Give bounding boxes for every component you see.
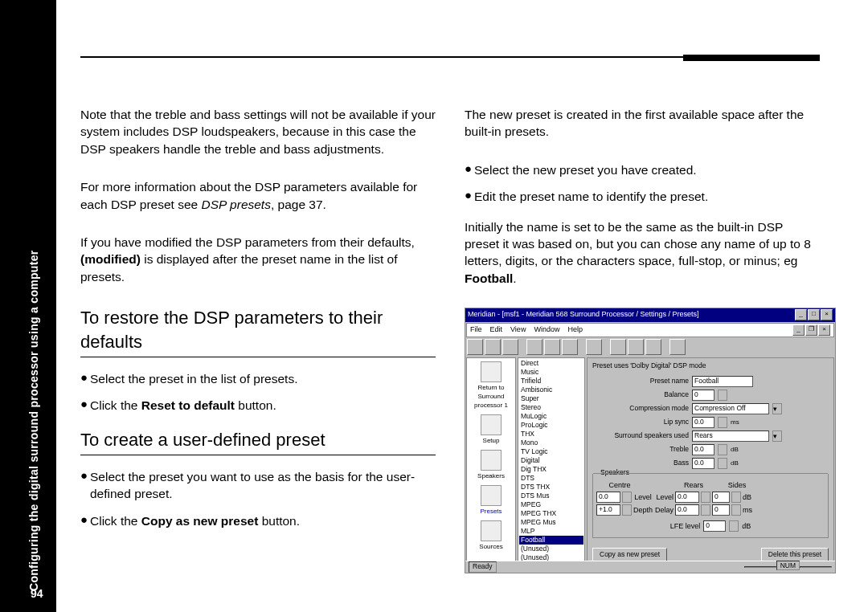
app-window: Meridian - [msf1 - Meridian 568 Surround… [465, 308, 836, 573]
list-item[interactable]: MLP [519, 527, 583, 536]
lfe-input[interactable]: 0 [703, 520, 726, 532]
spinner-icon[interactable] [622, 492, 632, 503]
nav-presets[interactable]: Presets [480, 485, 502, 516]
sources-icon [481, 520, 502, 541]
list-item[interactable]: Stereo [519, 403, 583, 412]
balance-input[interactable]: 0 [692, 390, 714, 401]
para: The new preset is created in the first a… [465, 106, 820, 141]
rears-level-input[interactable]: 0.0 [675, 492, 699, 503]
surround-select[interactable]: Rears [692, 430, 769, 442]
child-close-icon[interactable]: × [818, 324, 830, 336]
tool-btn[interactable] [544, 339, 560, 355]
speakers-group: Centre Rears Sides 0.0 Level Level 0.0 0 [592, 474, 829, 538]
chevron-down-icon[interactable]: ▾ [772, 430, 782, 442]
spinner-icon[interactable] [731, 504, 741, 516]
spinner-icon[interactable] [718, 444, 727, 455]
sides-level-input[interactable]: 0 [712, 492, 730, 503]
spinner-icon[interactable] [718, 458, 727, 469]
preset-list[interactable]: DirectMusicTrifieldAmbisonicSuperStereoM… [518, 357, 585, 565]
nav-sources[interactable]: Sources [479, 520, 502, 551]
tool-btn[interactable] [610, 339, 626, 355]
list-item[interactable]: Mono [519, 439, 583, 447]
list-item[interactable]: THX [519, 430, 583, 439]
bullet: ●Click the Copy as new preset button. [80, 512, 436, 529]
nav-return[interactable]: Return to Surround processor 1 [467, 361, 515, 410]
speaker-icon [481, 450, 502, 471]
spinner-icon[interactable] [731, 492, 741, 503]
tool-btn[interactable] [485, 339, 501, 355]
tool-btn[interactable] [586, 339, 602, 355]
list-item[interactable]: Trifield [519, 377, 583, 386]
list-item[interactable]: Dig THX [519, 465, 583, 474]
lipsync-input[interactable]: 0.0 [692, 417, 714, 428]
top-rule [80, 56, 820, 58]
menu-help[interactable]: Help [567, 324, 583, 336]
chevron-down-icon[interactable]: ▾ [772, 403, 782, 414]
window-title: Meridian - [msf1 - Meridian 568 Surround… [468, 309, 699, 321]
list-item[interactable]: Direct [519, 359, 583, 368]
tool-btn[interactable] [467, 339, 483, 355]
child-restore-icon[interactable]: ❐ [805, 324, 817, 336]
tool-btn[interactable] [645, 339, 661, 355]
menu-view[interactable]: View [510, 324, 526, 336]
list-item[interactable]: Ambisonic [519, 386, 583, 394]
compression-select[interactable]: Compression Off [692, 403, 769, 414]
list-item[interactable]: Football [519, 536, 583, 545]
presets-icon [481, 485, 502, 506]
list-item[interactable]: MuLogic [519, 412, 583, 421]
page-content: Note that the treble and bass settings w… [80, 56, 820, 573]
spinner-icon[interactable] [729, 520, 739, 532]
menu-window[interactable]: Window [534, 324, 559, 336]
list-item[interactable]: (Unused) [519, 545, 583, 553]
list-item[interactable]: DTS THX [519, 483, 583, 492]
heading-create: To create a user-defined preset [80, 428, 436, 452]
minimize-icon[interactable]: _ [795, 309, 807, 320]
spinner-icon[interactable] [701, 492, 710, 503]
list-item[interactable]: TV Logic [519, 447, 583, 456]
list-item[interactable]: DTS [519, 474, 583, 483]
mode-text: Preset uses 'Dolby Digital' DSP mode [592, 361, 829, 371]
maximize-icon[interactable]: □ [808, 309, 820, 320]
list-item[interactable]: MPEG [519, 500, 583, 509]
rears-delay-input[interactable]: 0.0 [675, 504, 699, 516]
list-item[interactable]: MPEG THX [519, 509, 583, 518]
centre-level-input[interactable]: 0.0 [596, 492, 620, 503]
tool-btn[interactable] [502, 339, 518, 355]
bass-input[interactable]: 0.0 [692, 458, 714, 469]
child-minimize-icon[interactable]: _ [792, 324, 805, 336]
spinner-icon[interactable] [701, 504, 710, 516]
menu-file[interactable]: File [470, 324, 482, 336]
bullet: ●Edit the preset name to identify the pr… [465, 188, 820, 205]
menubar: File Edit View Window Help _ ❐ × [466, 323, 834, 337]
tool-btn[interactable] [628, 339, 644, 355]
bullet: ●Select the new preset you have created. [465, 161, 820, 178]
para: Initially the name is set to be the same… [465, 218, 820, 288]
spinner-icon[interactable] [622, 504, 632, 516]
titlebar: Meridian - [msf1 - Meridian 568 Surround… [465, 308, 835, 322]
tool-btn[interactable] [562, 339, 578, 355]
sides-delay-input[interactable]: 0 [712, 504, 730, 516]
nav-setup[interactable]: Setup [481, 414, 502, 445]
preset-name-input[interactable]: Football [692, 376, 753, 387]
spinner-icon[interactable] [718, 417, 727, 428]
list-item[interactable]: MPEG Mus [519, 518, 583, 527]
rule [80, 357, 436, 357]
sidebar-bar: 94 Configuring the digital surround proc… [0, 0, 56, 612]
tool-btn[interactable] [526, 339, 542, 355]
list-item[interactable]: Super [519, 394, 583, 403]
toolbar [466, 338, 834, 356]
bullet: ●Select the preset in the list of preset… [80, 370, 436, 387]
menu-edit[interactable]: Edit [490, 324, 503, 336]
close-icon[interactable]: × [821, 309, 833, 320]
list-item[interactable]: Music [519, 368, 583, 377]
treble-input[interactable]: 0.0 [692, 444, 714, 455]
left-column: Note that the treble and bass settings w… [80, 106, 436, 573]
list-item[interactable]: Digital [519, 456, 583, 465]
nav-speakers[interactable]: Speakers [477, 450, 505, 480]
tool-btn[interactable] [669, 339, 686, 355]
centre-depth-input[interactable]: +1.0 [596, 504, 620, 516]
sidebar-title: Configuring the digital surround process… [27, 251, 40, 592]
list-item[interactable]: DTS Mus [519, 492, 583, 500]
list-item[interactable]: ProLogic [519, 421, 583, 430]
spinner-icon[interactable] [718, 390, 727, 401]
